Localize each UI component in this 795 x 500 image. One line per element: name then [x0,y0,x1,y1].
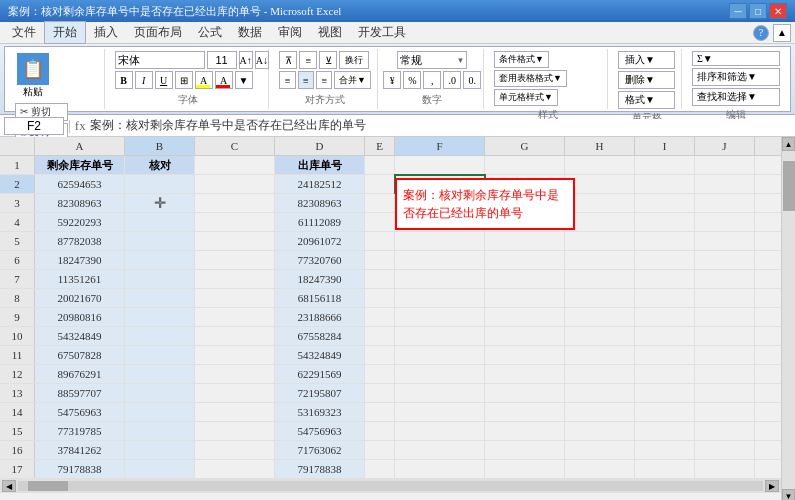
cell-b17[interactable] [125,460,195,478]
cell-b4[interactable] [125,213,195,231]
cell-d1[interactable]: 出库单号 [275,156,365,174]
number-format-dropdown[interactable]: 常规 ▼ [397,51,467,69]
font-color-btn[interactable]: A [215,71,233,89]
cell-g15[interactable] [485,422,565,440]
cell-b11[interactable] [125,346,195,364]
horizontal-scrollbar[interactable]: ◀ ▶ [0,479,781,493]
cell-a4[interactable]: 59220293 [35,213,125,231]
scroll-up-btn[interactable]: ▲ [782,137,795,151]
cell-j11[interactable] [695,346,755,364]
scroll-down-btn[interactable]: ▼ [782,489,795,500]
cell-a12[interactable]: 89676291 [35,365,125,383]
cell-i12[interactable] [635,365,695,383]
row-header-2[interactable]: 2 [0,175,35,193]
cell-f7[interactable] [395,270,485,288]
cell-a15[interactable]: 77319785 [35,422,125,440]
align-top-btn[interactable]: ⊼ [279,51,297,69]
cell-reference-input[interactable] [4,117,64,135]
cell-a6[interactable]: 18247390 [35,251,125,269]
maximize-btn[interactable]: □ [749,3,767,19]
menu-review[interactable]: 审阅 [270,22,310,43]
v-scroll-thumb[interactable] [783,161,795,211]
cell-a16[interactable]: 37841262 [35,441,125,459]
cell-d11[interactable]: 54324849 [275,346,365,364]
cell-g17[interactable] [485,460,565,478]
cell-f8[interactable] [395,289,485,307]
cell-e17[interactable] [365,460,395,478]
cell-a11[interactable]: 67507828 [35,346,125,364]
table-format-btn[interactable]: 套用表格格式▼ [494,70,567,87]
cell-c4[interactable] [195,213,275,231]
cell-d16[interactable]: 71763062 [275,441,365,459]
cell-e11[interactable] [365,346,395,364]
cell-f5[interactable] [395,232,485,250]
cell-d13[interactable]: 72195807 [275,384,365,402]
cell-c14[interactable] [195,403,275,421]
fill-color-btn[interactable]: A [195,71,213,89]
cell-b13[interactable] [125,384,195,402]
increase-decimal-btn[interactable]: .0 [443,71,461,89]
cell-f9[interactable] [395,308,485,326]
font-size-input[interactable] [207,51,237,69]
cell-h12[interactable] [565,365,635,383]
menu-developer[interactable]: 开发工具 [350,22,414,43]
minimize-btn[interactable]: ─ [729,3,747,19]
paste-button[interactable]: 📋 粘贴 [15,51,51,101]
row-header-7[interactable]: 7 [0,270,35,288]
cell-j5[interactable] [695,232,755,250]
cell-i13[interactable] [635,384,695,402]
cell-g1[interactable] [485,156,565,174]
cell-c12[interactable] [195,365,275,383]
cell-e9[interactable] [365,308,395,326]
cell-i5[interactable] [635,232,695,250]
cell-d17[interactable]: 79178838 [275,460,365,478]
cell-d3[interactable]: 82308963 [275,194,365,212]
cell-h17[interactable] [565,460,635,478]
row-header-13[interactable]: 13 [0,384,35,402]
cell-i3[interactable] [635,194,695,212]
cell-c11[interactable] [195,346,275,364]
currency-btn[interactable]: ¥ [383,71,401,89]
cell-i6[interactable] [635,251,695,269]
cell-h8[interactable] [565,289,635,307]
cell-h7[interactable] [565,270,635,288]
more-font-btn[interactable]: ▼ [235,71,253,89]
cell-f16[interactable] [395,441,485,459]
cell-g10[interactable] [485,327,565,345]
cell-b16[interactable] [125,441,195,459]
cell-f11[interactable] [395,346,485,364]
cell-d5[interactable]: 20961072 [275,232,365,250]
cell-e12[interactable] [365,365,395,383]
cell-i10[interactable] [635,327,695,345]
decrease-font-btn[interactable]: A↓ [255,51,269,69]
cell-a2[interactable]: 62594653 [35,175,125,193]
cell-j9[interactable] [695,308,755,326]
row-header-8[interactable]: 8 [0,289,35,307]
cell-d14[interactable]: 53169323 [275,403,365,421]
cell-f13[interactable] [395,384,485,402]
menu-data[interactable]: 数据 [230,22,270,43]
sort-filter-btn[interactable]: 排序和筛选▼ [692,68,780,86]
align-middle-btn[interactable]: ≡ [299,51,317,69]
cell-e13[interactable] [365,384,395,402]
cell-g11[interactable] [485,346,565,364]
cell-j6[interactable] [695,251,755,269]
bold-btn[interactable]: B [115,71,133,89]
cell-i2[interactable] [635,175,695,193]
cell-j17[interactable] [695,460,755,478]
cell-c9[interactable] [195,308,275,326]
cell-j13[interactable] [695,384,755,402]
cell-g9[interactable] [485,308,565,326]
cell-e3[interactable] [365,194,395,212]
cell-j2[interactable] [695,175,755,193]
cell-e4[interactable] [365,213,395,231]
cell-h2[interactable] [565,175,635,193]
comma-btn[interactable]: , [423,71,441,89]
row-header-12[interactable]: 12 [0,365,35,383]
cell-d8[interactable]: 68156118 [275,289,365,307]
cell-j16[interactable] [695,441,755,459]
conditional-format-btn[interactable]: 条件格式▼ [494,51,549,68]
cell-d9[interactable]: 23188666 [275,308,365,326]
cell-b1[interactable]: 核对 [125,156,195,174]
cell-b14[interactable] [125,403,195,421]
